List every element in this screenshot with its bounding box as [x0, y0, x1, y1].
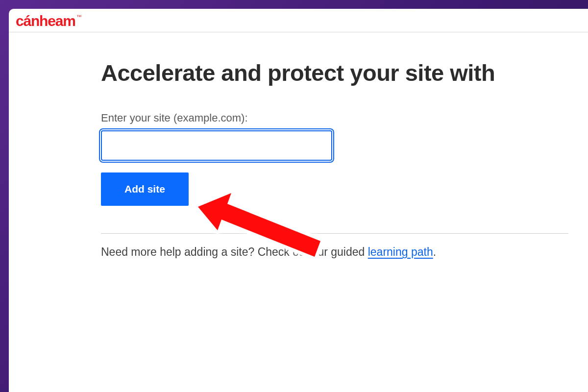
app-window: cánheam™ Accelerate and protect your sit…: [9, 9, 588, 392]
add-site-button[interactable]: Add site: [101, 172, 189, 206]
help-text-suffix: .: [433, 245, 436, 258]
brand-logo-text: cánheam: [16, 13, 75, 29]
help-text-prefix: Need more help adding a site? Check out …: [101, 245, 368, 258]
help-text: Need more help adding a site? Check out …: [101, 245, 588, 259]
main-content: Accelerate and protect your site with En…: [9, 32, 588, 259]
learning-path-link[interactable]: learning path: [368, 245, 433, 258]
page-heading: Accelerate and protect your site with: [101, 59, 588, 86]
section-divider: [101, 233, 568, 234]
site-input-label: Enter your site (example.com):: [101, 112, 588, 124]
logo-bar: cánheam™: [9, 9, 588, 32]
site-input[interactable]: [101, 130, 332, 161]
brand-logo: cánheam™: [16, 13, 80, 29]
trademark-symbol: ™: [76, 14, 81, 20]
